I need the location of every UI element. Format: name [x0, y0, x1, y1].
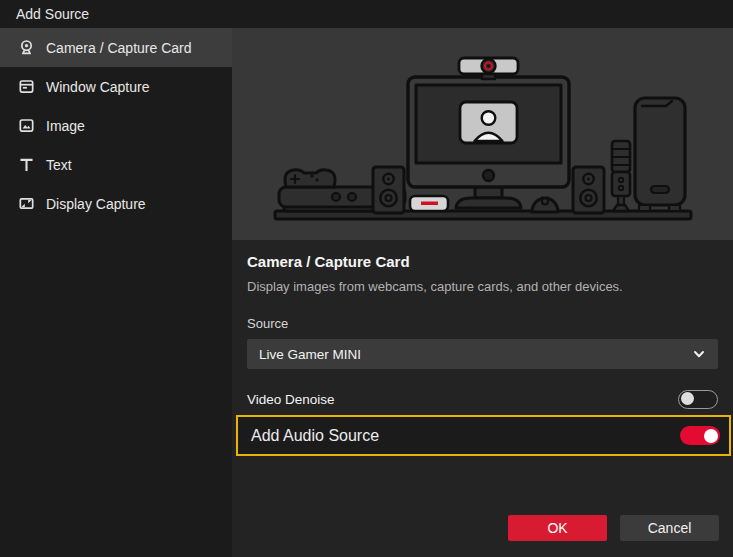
- sidebar-item-label: Window Capture: [46, 79, 150, 95]
- video-denoise-label: Video Denoise: [247, 392, 335, 407]
- sidebar-item-label: Display Capture: [46, 196, 146, 212]
- desk-setup-illustration: [232, 28, 733, 240]
- sidebar-item-image[interactable]: Image: [0, 106, 232, 145]
- ok-button[interactable]: OK: [508, 515, 607, 541]
- dialog-buttons: OK Cancel: [508, 515, 719, 541]
- add-audio-source-label: Add Audio Source: [251, 427, 379, 445]
- video-denoise-toggle[interactable]: [678, 390, 718, 409]
- window-icon: [18, 78, 35, 95]
- source-dropdown-value: Live Gamer MINI: [259, 347, 692, 362]
- dialog-body: Camera / Capture Card Window Capture Ima…: [0, 28, 733, 557]
- panel-description: Display images from webcams, capture car…: [247, 279, 718, 294]
- panel-heading: Camera / Capture Card: [247, 240, 718, 270]
- source-label: Source: [247, 316, 718, 331]
- add-audio-source-toggle[interactable]: [680, 426, 720, 445]
- display-icon: [18, 195, 35, 212]
- cancel-button[interactable]: Cancel: [620, 515, 719, 541]
- toggle-knob: [681, 392, 694, 405]
- image-icon: [18, 117, 35, 134]
- dialog-title: Add Source: [0, 0, 733, 28]
- sidebar-item-label: Camera / Capture Card: [46, 40, 192, 56]
- webcam-icon: [18, 39, 35, 56]
- desk-setup-line-art: [232, 28, 733, 240]
- detail-panel: Camera / Capture Card Display images fro…: [232, 28, 733, 557]
- add-audio-source-row-highlighted: Add Audio Source: [236, 415, 731, 456]
- text-icon: [18, 156, 35, 173]
- toggle-knob: [704, 429, 718, 443]
- sidebar-item-camera-capture-card[interactable]: Camera / Capture Card: [0, 28, 232, 67]
- source-type-sidebar: Camera / Capture Card Window Capture Ima…: [0, 28, 232, 557]
- video-denoise-row: Video Denoise: [247, 386, 718, 412]
- sidebar-item-label: Text: [46, 157, 72, 173]
- sidebar-item-display-capture[interactable]: Display Capture: [0, 184, 232, 223]
- source-settings-panel: Camera / Capture Card Display images fro…: [232, 240, 733, 557]
- sidebar-item-text[interactable]: Text: [0, 145, 232, 184]
- sidebar-item-label: Image: [46, 118, 85, 134]
- chevron-down-icon: [692, 347, 706, 361]
- sidebar-item-window-capture[interactable]: Window Capture: [0, 67, 232, 106]
- source-dropdown[interactable]: Live Gamer MINI: [247, 339, 718, 369]
